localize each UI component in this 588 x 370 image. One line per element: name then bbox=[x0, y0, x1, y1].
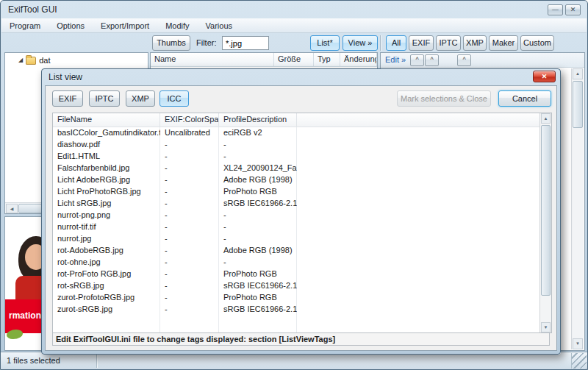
scroll-up-icon[interactable]: ▲ bbox=[573, 68, 583, 79]
cell-filename: Falschfarbenbild.jpg bbox=[53, 163, 160, 174]
mark-selections-close-button[interactable]: Mark selections & Close bbox=[397, 90, 491, 107]
scroll-up-icon[interactable]: ▲ bbox=[541, 113, 551, 124]
cell-profile: - bbox=[219, 139, 297, 151]
cell-colorspace: - bbox=[160, 174, 219, 186]
cell-colorspace: - bbox=[160, 163, 219, 174]
view-button[interactable]: View » bbox=[343, 35, 378, 51]
dialog-title: List view bbox=[49, 72, 82, 82]
tab-icc[interactable]: ICC bbox=[159, 90, 189, 107]
table-row[interactable]: rot-ohne.jpg-- bbox=[53, 257, 539, 268]
column-name[interactable]: Name bbox=[151, 53, 274, 66]
filter-input[interactable] bbox=[222, 36, 269, 50]
cell-profile: sRGB IEC61966-2.1 bbox=[219, 280, 297, 292]
cell-filename: nurrot-png.png bbox=[53, 210, 160, 221]
table-row[interactable]: Licht ProPhotoRGB.jpg-ProPhoto RGB bbox=[53, 186, 539, 198]
menu-options[interactable]: Options bbox=[49, 18, 93, 33]
dialog-close-button[interactable]: ✕ bbox=[533, 71, 556, 82]
cell-filename: nurrot.jpg bbox=[53, 233, 160, 245]
table-row[interactable]: zurot-ProfotoRGB.jpg-ProPhoto RGB bbox=[53, 292, 539, 304]
close-icon: ✕ bbox=[570, 6, 576, 13]
table-row[interactable]: rot-sRGB.jpg-sRGB IEC61966-2.1 bbox=[53, 280, 539, 292]
cell-profile: Adobe RGB (1998) bbox=[219, 174, 297, 186]
file-list-header: Name Größe Typ Änderungs bbox=[151, 53, 377, 67]
tag-filter-custom[interactable]: Custom bbox=[520, 35, 554, 51]
thumbs-button[interactable]: Thumbs bbox=[152, 35, 190, 51]
tag-panel-header: Edit » ^ ^ ^ bbox=[381, 53, 584, 68]
table-row[interactable]: Falschfarbenbild.jpg-XL24_20090124_Fa... bbox=[53, 163, 539, 174]
tag-filter-exif[interactable]: EXIF bbox=[409, 35, 434, 51]
tab-exif[interactable]: EXIF bbox=[52, 90, 83, 107]
minimize-icon: — bbox=[552, 6, 559, 13]
list-button[interactable]: List* bbox=[310, 35, 340, 51]
column-modified[interactable]: Änderungs bbox=[340, 53, 377, 66]
scrollbar-thumb[interactable] bbox=[573, 81, 583, 128]
table-row[interactable]: nurrot.jpg-- bbox=[53, 233, 539, 245]
table-row[interactable]: nurrot-tif.tif-- bbox=[53, 221, 539, 233]
cell-profile: ProPhoto RGB bbox=[219, 292, 297, 304]
cell-profile: sRGB IEC61966-2.1 bbox=[219, 304, 297, 316]
cancel-button[interactable]: Cancel bbox=[498, 90, 551, 107]
column-filename[interactable]: FileName bbox=[53, 113, 160, 127]
resize-grip[interactable] bbox=[571, 353, 587, 369]
menu-program[interactable]: Program bbox=[1, 18, 49, 33]
list-view-dialog: List view ✕ EXIF IPTC XMP ICC Mark selec… bbox=[41, 68, 561, 355]
column-colorspace[interactable]: EXIF:ColorSpace bbox=[160, 113, 219, 127]
toolbar-divider bbox=[380, 35, 381, 51]
tab-iptc[interactable]: IPTC bbox=[89, 90, 120, 107]
tag-panel-button-2[interactable]: ^ bbox=[425, 54, 439, 66]
status-text: 1 files selected bbox=[7, 356, 60, 365]
menubar: Program Options Export/Import Modify Var… bbox=[1, 18, 587, 33]
cell-profile: ProPhoto RGB bbox=[219, 186, 297, 198]
tag-filter-all[interactable]: All bbox=[386, 35, 406, 51]
table-row[interactable]: zurot-sRGB.jpg-sRGB IEC61966-2.1 bbox=[53, 304, 539, 316]
close-icon: ✕ bbox=[542, 73, 548, 80]
column-type[interactable]: Typ bbox=[314, 53, 340, 66]
cell-profile: ProPhoto RGB bbox=[219, 268, 297, 280]
table-row[interactable]: diashow.pdf-- bbox=[53, 139, 539, 151]
cell-colorspace: - bbox=[160, 257, 219, 268]
menu-export-import[interactable]: Export/Import bbox=[93, 18, 157, 33]
tag-filter-iptc[interactable]: IPTC bbox=[436, 35, 461, 51]
scroll-down-icon[interactable]: ▼ bbox=[541, 322, 551, 332]
table-row[interactable]: Licht sRGB.jpg-sRGB IEC61966-2.1 bbox=[53, 198, 539, 210]
tag-panel-vertical-scrollbar[interactable]: ▲ ▼ bbox=[571, 68, 584, 349]
cell-colorspace: - bbox=[160, 292, 219, 304]
menu-modify[interactable]: Modify bbox=[157, 18, 197, 33]
list-view-table: FileName EXIF:ColorSpace ProfileDescript… bbox=[52, 113, 552, 333]
cell-colorspace: - bbox=[160, 198, 219, 210]
table-row[interactable]: rot-AdobeRGB.jpg-Adobe RGB (1998) bbox=[53, 245, 539, 257]
tag-filter-maker[interactable]: Maker bbox=[489, 35, 518, 51]
tag-filter-xmp[interactable]: XMP bbox=[463, 35, 487, 51]
cell-colorspace: - bbox=[160, 245, 219, 257]
table-row[interactable]: rot-ProFoto RGB.jpg-ProPhoto RGB bbox=[53, 268, 539, 280]
tree-expand-icon[interactable]: ◢ bbox=[18, 57, 23, 63]
table-row[interactable]: nurrot-png.png-- bbox=[53, 210, 539, 221]
cell-colorspace: - bbox=[160, 151, 219, 163]
minimize-button[interactable]: — bbox=[548, 4, 563, 15]
scroll-down-icon[interactable]: ▼ bbox=[573, 338, 583, 349]
column-profile-description[interactable]: ProfileDescription bbox=[219, 113, 297, 127]
cell-profile: - bbox=[219, 151, 297, 163]
cell-colorspace: - bbox=[160, 139, 219, 151]
table-row[interactable]: basICColor_Gamutindikator.tifUncalibrate… bbox=[53, 127, 539, 139]
table-row[interactable]: Edit1.HTML-- bbox=[53, 151, 539, 163]
column-size[interactable]: Größe bbox=[274, 53, 314, 66]
tree-item-dat[interactable]: ◢ dat bbox=[5, 53, 148, 65]
table-row[interactable]: Licht AdobeRGB.jpg-Adobe RGB (1998) bbox=[53, 174, 539, 186]
close-button[interactable]: ✕ bbox=[565, 4, 581, 15]
tab-xmp[interactable]: XMP bbox=[126, 90, 155, 107]
edit-link[interactable]: Edit » bbox=[385, 55, 406, 64]
tag-panel-button-1[interactable]: ^ bbox=[410, 54, 424, 66]
scrollbar-thumb[interactable] bbox=[541, 125, 551, 296]
scroll-left-icon[interactable]: ◀ bbox=[6, 204, 18, 213]
cell-profile: XL24_20090124_Fa... bbox=[219, 163, 297, 174]
tag-panel-button-3[interactable]: ^ bbox=[457, 54, 471, 66]
cell-colorspace: - bbox=[160, 186, 219, 198]
cell-filename: Licht sRGB.jpg bbox=[53, 198, 160, 210]
table-vertical-scrollbar[interactable]: ▲ ▼ bbox=[539, 113, 551, 332]
cell-profile: - bbox=[219, 221, 297, 233]
cell-colorspace: - bbox=[160, 221, 219, 233]
cell-colorspace: Uncalibrated bbox=[160, 127, 219, 139]
menu-various[interactable]: Various bbox=[198, 18, 240, 33]
cell-colorspace: - bbox=[160, 304, 219, 316]
